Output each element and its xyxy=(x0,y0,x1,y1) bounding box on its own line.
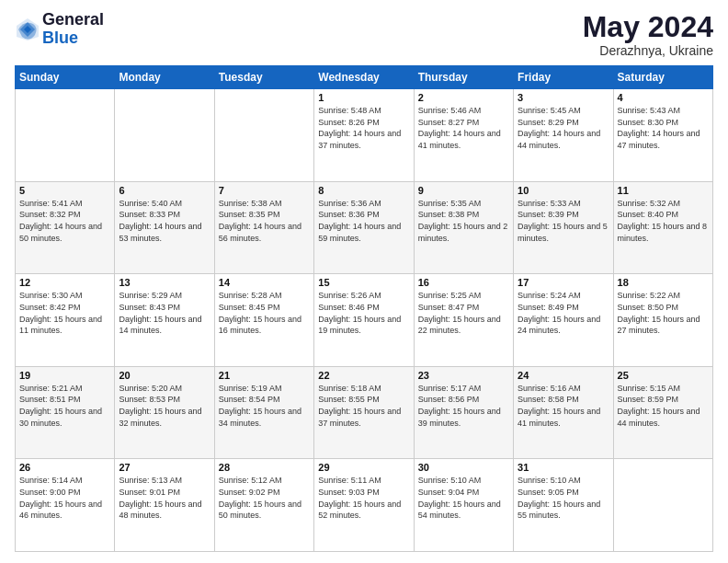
calendar-cell: 19Sunrise: 5:21 AM Sunset: 8:51 PM Dayli… xyxy=(16,366,115,459)
day-info: Sunrise: 5:14 AM Sunset: 9:00 PM Dayligh… xyxy=(19,475,110,521)
day-info: Sunrise: 5:28 AM Sunset: 8:45 PM Dayligh… xyxy=(219,290,310,336)
day-info: Sunrise: 5:10 AM Sunset: 9:05 PM Dayligh… xyxy=(518,475,609,521)
calendar-cell: 16Sunrise: 5:25 AM Sunset: 8:47 PM Dayli… xyxy=(414,274,513,367)
day-number: 30 xyxy=(418,462,509,473)
day-number: 21 xyxy=(219,370,310,381)
day-number: 2 xyxy=(418,92,509,103)
day-info: Sunrise: 5:45 AM Sunset: 8:29 PM Dayligh… xyxy=(518,105,609,151)
logo-icon xyxy=(15,17,40,42)
header: General Blue May 2024 Derazhnya, Ukraine xyxy=(15,11,713,58)
calendar-week-1: 1Sunrise: 5:48 AM Sunset: 8:26 PM Daylig… xyxy=(16,89,713,182)
logo-general: General xyxy=(42,11,104,29)
calendar-cell: 25Sunrise: 5:15 AM Sunset: 8:59 PM Dayli… xyxy=(613,366,712,459)
col-sunday: Sunday xyxy=(16,66,115,89)
day-number: 25 xyxy=(618,370,709,381)
calendar-table: Sunday Monday Tuesday Wednesday Thursday… xyxy=(15,65,713,552)
calendar-cell: 26Sunrise: 5:14 AM Sunset: 9:00 PM Dayli… xyxy=(16,459,115,552)
day-number: 14 xyxy=(219,277,310,288)
calendar-cell: 22Sunrise: 5:18 AM Sunset: 8:55 PM Dayli… xyxy=(314,366,414,459)
day-number: 23 xyxy=(418,370,509,381)
day-info: Sunrise: 5:12 AM Sunset: 9:02 PM Dayligh… xyxy=(219,475,310,521)
day-info: Sunrise: 5:30 AM Sunset: 8:42 PM Dayligh… xyxy=(19,290,110,336)
calendar-cell: 14Sunrise: 5:28 AM Sunset: 8:45 PM Dayli… xyxy=(214,274,313,367)
col-wednesday: Wednesday xyxy=(314,66,414,89)
day-info: Sunrise: 5:17 AM Sunset: 8:56 PM Dayligh… xyxy=(418,383,509,429)
day-info: Sunrise: 5:40 AM Sunset: 8:33 PM Dayligh… xyxy=(119,198,210,244)
day-info: Sunrise: 5:48 AM Sunset: 8:26 PM Dayligh… xyxy=(318,105,409,151)
day-info: Sunrise: 5:25 AM Sunset: 8:47 PM Dayligh… xyxy=(418,290,509,336)
calendar-cell xyxy=(214,89,313,182)
day-number: 16 xyxy=(418,277,509,288)
day-info: Sunrise: 5:43 AM Sunset: 8:30 PM Dayligh… xyxy=(618,105,709,151)
day-number: 13 xyxy=(119,277,210,288)
day-number: 10 xyxy=(518,185,609,196)
day-info: Sunrise: 5:32 AM Sunset: 8:40 PM Dayligh… xyxy=(618,198,709,244)
calendar-cell: 4Sunrise: 5:43 AM Sunset: 8:30 PM Daylig… xyxy=(613,89,712,182)
col-friday: Friday xyxy=(514,66,613,89)
day-number: 12 xyxy=(19,277,110,288)
calendar-cell: 21Sunrise: 5:19 AM Sunset: 8:54 PM Dayli… xyxy=(214,366,313,459)
day-info: Sunrise: 5:38 AM Sunset: 8:35 PM Dayligh… xyxy=(219,198,310,244)
day-number: 17 xyxy=(518,277,609,288)
col-saturday: Saturday xyxy=(613,66,712,89)
calendar-cell: 30Sunrise: 5:10 AM Sunset: 9:04 PM Dayli… xyxy=(414,459,513,552)
location-subtitle: Derazhnya, Ukraine xyxy=(583,43,713,58)
calendar-cell: 24Sunrise: 5:16 AM Sunset: 8:58 PM Dayli… xyxy=(514,366,613,459)
day-info: Sunrise: 5:41 AM Sunset: 8:32 PM Dayligh… xyxy=(19,198,110,244)
day-number: 19 xyxy=(19,370,110,381)
col-monday: Monday xyxy=(115,66,214,89)
logo: General Blue xyxy=(15,11,104,48)
day-number: 8 xyxy=(318,185,409,196)
day-number: 3 xyxy=(518,92,609,103)
calendar-cell: 8Sunrise: 5:36 AM Sunset: 8:36 PM Daylig… xyxy=(314,181,414,274)
day-info: Sunrise: 5:26 AM Sunset: 8:46 PM Dayligh… xyxy=(318,290,409,336)
day-number: 26 xyxy=(19,462,110,473)
col-thursday: Thursday xyxy=(414,66,513,89)
day-number: 9 xyxy=(418,185,509,196)
calendar-cell: 1Sunrise: 5:48 AM Sunset: 8:26 PM Daylig… xyxy=(314,89,414,182)
calendar-cell xyxy=(115,89,214,182)
day-info: Sunrise: 5:16 AM Sunset: 8:58 PM Dayligh… xyxy=(518,383,609,429)
calendar-week-3: 12Sunrise: 5:30 AM Sunset: 8:42 PM Dayli… xyxy=(16,274,713,367)
day-number: 22 xyxy=(318,370,409,381)
col-tuesday: Tuesday xyxy=(214,66,313,89)
calendar-cell: 15Sunrise: 5:26 AM Sunset: 8:46 PM Dayli… xyxy=(314,274,414,367)
day-number: 1 xyxy=(318,92,409,103)
calendar-cell: 6Sunrise: 5:40 AM Sunset: 8:33 PM Daylig… xyxy=(115,181,214,274)
day-info: Sunrise: 5:29 AM Sunset: 8:43 PM Dayligh… xyxy=(119,290,210,336)
day-number: 27 xyxy=(119,462,210,473)
day-info: Sunrise: 5:22 AM Sunset: 8:50 PM Dayligh… xyxy=(618,290,709,336)
day-info: Sunrise: 5:35 AM Sunset: 8:38 PM Dayligh… xyxy=(418,198,509,244)
day-number: 18 xyxy=(618,277,709,288)
calendar-cell: 3Sunrise: 5:45 AM Sunset: 8:29 PM Daylig… xyxy=(514,89,613,182)
day-number: 31 xyxy=(518,462,609,473)
calendar-cell xyxy=(16,89,115,182)
calendar-cell: 20Sunrise: 5:20 AM Sunset: 8:53 PM Dayli… xyxy=(115,366,214,459)
calendar-cell: 29Sunrise: 5:11 AM Sunset: 9:03 PM Dayli… xyxy=(314,459,414,552)
header-row: Sunday Monday Tuesday Wednesday Thursday… xyxy=(16,66,713,89)
day-info: Sunrise: 5:33 AM Sunset: 8:39 PM Dayligh… xyxy=(518,198,609,244)
day-info: Sunrise: 5:11 AM Sunset: 9:03 PM Dayligh… xyxy=(318,475,409,521)
calendar-cell xyxy=(613,459,712,552)
day-info: Sunrise: 5:15 AM Sunset: 8:59 PM Dayligh… xyxy=(618,383,709,429)
day-number: 5 xyxy=(19,185,110,196)
title-block: May 2024 Derazhnya, Ukraine xyxy=(583,11,713,58)
day-number: 20 xyxy=(119,370,210,381)
logo-blue: Blue xyxy=(42,29,104,48)
day-number: 28 xyxy=(219,462,310,473)
calendar-cell: 5Sunrise: 5:41 AM Sunset: 8:32 PM Daylig… xyxy=(16,181,115,274)
day-number: 4 xyxy=(618,92,709,103)
calendar-week-2: 5Sunrise: 5:41 AM Sunset: 8:32 PM Daylig… xyxy=(16,181,713,274)
calendar-week-5: 26Sunrise: 5:14 AM Sunset: 9:00 PM Dayli… xyxy=(16,459,713,552)
day-number: 11 xyxy=(618,185,709,196)
calendar-cell: 12Sunrise: 5:30 AM Sunset: 8:42 PM Dayli… xyxy=(16,274,115,367)
page: General Blue May 2024 Derazhnya, Ukraine… xyxy=(0,0,728,563)
day-number: 24 xyxy=(518,370,609,381)
calendar-cell: 23Sunrise: 5:17 AM Sunset: 8:56 PM Dayli… xyxy=(414,366,513,459)
calendar-body: 1Sunrise: 5:48 AM Sunset: 8:26 PM Daylig… xyxy=(16,89,713,552)
calendar-cell: 18Sunrise: 5:22 AM Sunset: 8:50 PM Dayli… xyxy=(613,274,712,367)
calendar-cell: 17Sunrise: 5:24 AM Sunset: 8:49 PM Dayli… xyxy=(514,274,613,367)
calendar-cell: 11Sunrise: 5:32 AM Sunset: 8:40 PM Dayli… xyxy=(613,181,712,274)
calendar-cell: 9Sunrise: 5:35 AM Sunset: 8:38 PM Daylig… xyxy=(414,181,513,274)
day-number: 6 xyxy=(119,185,210,196)
